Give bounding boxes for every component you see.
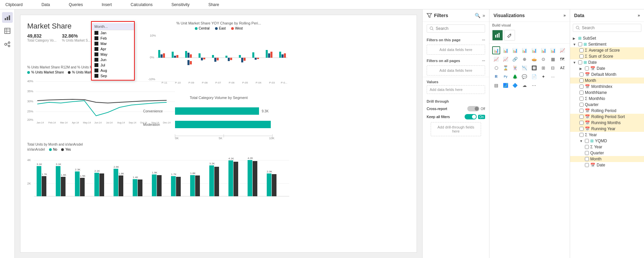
rolling-period-sort-checkbox[interactable] [579, 115, 584, 119]
tree-item-yqmd-year[interactable]: Σ Year [570, 144, 644, 150]
viz-bar2-icon[interactable]: ▤ [492, 81, 500, 89]
tree-item-month-no[interactable]: Σ MonthNo [570, 96, 644, 102]
month-item-sep[interactable]: Sep [92, 73, 134, 79]
yqmd-quarter-checkbox[interactable] [585, 151, 589, 155]
viz-line-icon[interactable]: 📈 [558, 46, 566, 54]
viz-ribbon-icon[interactable]: 🔗 [511, 55, 519, 63]
report-view-icon[interactable] [2, 12, 13, 23]
filters-search-box[interactable] [427, 24, 485, 33]
viz-treemap-icon[interactable]: ▦ [549, 55, 557, 63]
viz-table-icon[interactable]: ⊞ [540, 64, 548, 72]
month-no-checkbox[interactable] [579, 97, 584, 101]
viz-stacked-col-icon[interactable]: 📊 [540, 46, 548, 54]
topbar-queries[interactable]: Queries [66, 0, 86, 9]
viz-scatter-icon[interactable]: ⊕ [520, 55, 528, 63]
rolling-period-checkbox[interactable] [579, 109, 584, 113]
viz-azure-icon[interactable]: ☁ [520, 81, 528, 89]
month-item-mar[interactable]: Mar [92, 41, 134, 46]
tree-item-month[interactable]: Month [570, 78, 644, 84]
viz-gauge-icon[interactable]: ⌛ [502, 64, 510, 72]
tree-item-yqmd-month[interactable]: Month [570, 156, 644, 162]
topbar-insert[interactable]: Insert [99, 0, 115, 9]
viz-py-icon[interactable]: Py [502, 72, 510, 81]
tree-item-yqmd-date[interactable]: 📅 Date [570, 162, 644, 168]
month-dropdown[interactable]: Month... Jan Feb Mar Apr [91, 21, 135, 81]
month-checkbox-may[interactable] [94, 52, 98, 56]
filter-search-icon[interactable]: 🔍 [475, 13, 480, 18]
sentiment-checkbox[interactable] [578, 42, 582, 46]
tree-group-subset-header[interactable]: ▶ ⊞ SubSet [570, 35, 644, 41]
viz-expand-icon[interactable]: » [563, 13, 566, 18]
topbar-clipboard[interactable]: Clipboard [3, 0, 25, 9]
month-checkbox-jul[interactable] [94, 63, 98, 67]
model-view-icon[interactable] [2, 39, 13, 50]
data-search-box[interactable] [573, 24, 641, 32]
viz-map-icon[interactable]: 🗺 [558, 55, 566, 63]
tree-item-yqmd[interactable]: ▼ ⊞ YQMD [570, 138, 644, 144]
month-checkbox-jan[interactable] [94, 31, 98, 35]
filters-this-page-add[interactable]: Add data fields here [427, 45, 485, 55]
viz-clustered-bar-icon[interactable]: 📊 [502, 46, 510, 54]
month-checkbox-mar[interactable] [94, 42, 98, 46]
yqmd-year-checkbox[interactable] [585, 145, 589, 149]
viz-qa-icon[interactable]: 💬 [520, 72, 528, 81]
viz-100pct-bar-icon[interactable]: 📊 [520, 46, 528, 54]
tree-item-avg-score[interactable]: Σ Average of Score [570, 47, 644, 53]
month-item-jun[interactable]: Jun [92, 57, 134, 62]
viz-shape-icon[interactable]: 🔷 [511, 81, 519, 89]
date-date-checkbox[interactable] [585, 66, 589, 70]
tree-item-date-date[interactable]: ▶ 📅 Date [570, 65, 644, 71]
tree-item-year[interactable]: Σ Year [570, 132, 644, 138]
tree-item-rolling-period[interactable]: 📅 Rolling Period [570, 108, 644, 114]
month-checkbox-jun[interactable] [94, 58, 98, 62]
yqmd-checkbox[interactable] [585, 139, 589, 143]
month-checkbox-aug[interactable] [94, 68, 98, 72]
viz-paginated-icon[interactable]: 📄 [530, 72, 538, 81]
tree-item-rolling-period-sort[interactable]: 📅 Rolling Period Sort [570, 114, 644, 120]
viz-r-icon[interactable]: R [492, 72, 500, 81]
viz-kpi-icon[interactable]: 📉 [520, 64, 528, 72]
topbar-share[interactable]: Share [206, 0, 222, 9]
tree-group-date-header[interactable]: ▼ ⊞ Date [570, 59, 644, 65]
tree-item-running-months[interactable]: 📅 Running Months [570, 120, 644, 126]
quarter-checkbox[interactable] [579, 103, 584, 107]
tree-item-month-index[interactable]: 📅 MonthIndex [570, 84, 644, 90]
viz-stacked-bar-icon[interactable]: 📊 [511, 46, 519, 54]
viz-smart-narr-icon[interactable]: ✦ [540, 72, 548, 81]
viz-slicer-icon[interactable]: 🔲 [530, 64, 538, 72]
tree-item-running-year[interactable]: 📅 Running Year [570, 126, 644, 132]
filters-expand-icon[interactable]: » [482, 13, 485, 18]
drillthrough-add-fields[interactable]: Add drill-through fields here [431, 122, 481, 136]
year-checkbox[interactable] [579, 133, 584, 137]
viz-funnel-icon[interactable]: ⬡ [492, 64, 500, 72]
viz-donut-icon[interactable]: ⊙ [540, 55, 548, 63]
keep-all-filters-toggle[interactable]: On [465, 114, 485, 119]
month-item-may[interactable]: May [92, 52, 134, 57]
tree-item-default-month[interactable]: 📅 Default Month [570, 71, 644, 78]
values-add-field[interactable]: Add data fields here [427, 85, 485, 94]
month-checkbox-apr[interactable] [94, 47, 98, 51]
month-item-jan[interactable]: Jan [92, 30, 134, 36]
month-item-aug[interactable]: Aug [92, 68, 134, 73]
tree-item-month-name[interactable]: MonthName [570, 90, 644, 96]
build-pencil-icon[interactable] [504, 30, 515, 41]
month-checkbox-feb[interactable] [94, 36, 98, 40]
viz-card-icon[interactable]: 🃏 [511, 64, 519, 72]
month-checkbox-data[interactable] [579, 79, 584, 83]
topbar-calculations[interactable]: Calculations [128, 0, 155, 9]
filters-search-input[interactable] [436, 26, 482, 31]
month-item-apr[interactable]: Apr [92, 46, 134, 52]
yqmd-month-checkbox[interactable] [585, 157, 589, 161]
table-view-icon[interactable] [2, 25, 13, 36]
filters-all-pages-more[interactable]: ··· [482, 59, 485, 63]
yqmd-date-checkbox[interactable] [585, 163, 589, 167]
tree-item-sum-score[interactable]: Σ Sum of Score [570, 53, 644, 59]
viz-decomp-icon[interactable]: 🌲 [511, 72, 519, 81]
viz-area-icon[interactable]: 📈 [492, 55, 500, 63]
viz-stacked-area-icon[interactable]: 📈 [502, 55, 510, 63]
topbar-data[interactable]: Data [39, 0, 52, 9]
viz-pie-icon[interactable]: 🥧 [530, 55, 538, 63]
topbar-sensitivity[interactable]: Sensitivity [169, 0, 192, 9]
viz-100pct-col-icon[interactable]: 📊 [549, 46, 557, 54]
month-checkbox-sep[interactable] [94, 74, 98, 78]
